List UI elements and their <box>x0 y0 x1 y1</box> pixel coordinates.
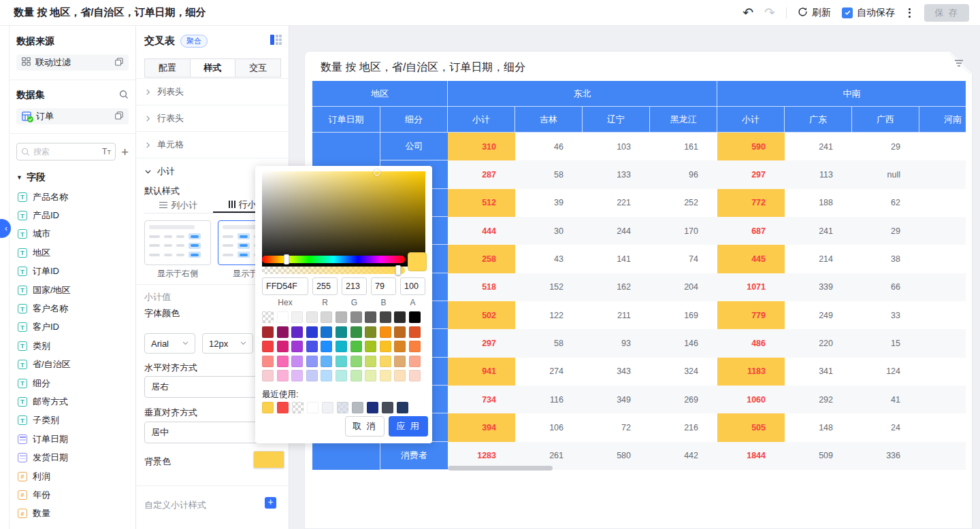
color-swatch[interactable] <box>367 402 378 413</box>
field-item[interactable]: T城市 <box>16 225 129 243</box>
horizontal-scrollbar[interactable] <box>448 466 553 471</box>
color-swatch[interactable] <box>380 341 391 352</box>
color-swatch[interactable] <box>292 402 304 413</box>
linkage-filter-item[interactable]: 联动过滤 <box>16 54 129 71</box>
alpha-input[interactable] <box>400 277 425 295</box>
add-field-button[interactable]: + <box>121 146 129 158</box>
color-swatch[interactable] <box>262 341 274 352</box>
font-size-select[interactable]: 12px <box>202 333 253 354</box>
field-item[interactable]: T客户ID <box>16 318 129 337</box>
field-item[interactable]: 发货日期 <box>16 448 129 466</box>
color-swatch[interactable] <box>306 311 318 323</box>
saturation-area[interactable] <box>262 171 425 267</box>
color-swatch[interactable] <box>365 370 376 381</box>
subtotal-style-thumb-right[interactable] <box>144 220 211 265</box>
field-item[interactable]: T省/自治区 <box>16 356 129 374</box>
field-item[interactable]: #数量 <box>16 505 129 523</box>
filter-list-icon[interactable] <box>955 58 964 70</box>
color-swatch[interactable] <box>277 341 289 352</box>
blue-input[interactable] <box>371 277 396 295</box>
color-swatch[interactable] <box>350 341 362 352</box>
color-swatch[interactable] <box>365 311 376 323</box>
autosave-toggle[interactable]: 自动保存 <box>842 7 895 19</box>
color-swatch[interactable] <box>321 341 332 352</box>
add-custom-subtotal-button[interactable]: + <box>265 497 276 509</box>
hue-handle[interactable] <box>284 254 289 264</box>
color-swatch[interactable] <box>394 341 406 352</box>
tab-style[interactable]: 样式 <box>191 58 236 78</box>
copy-icon[interactable] <box>115 112 123 122</box>
field-item[interactable]: T子类别 <box>16 411 129 430</box>
color-swatch[interactable] <box>306 370 318 381</box>
color-swatch[interactable] <box>307 402 318 413</box>
field-item[interactable]: T地区 <box>16 243 129 262</box>
field-item[interactable]: T类别 <box>16 337 129 355</box>
color-swatch[interactable] <box>291 356 303 367</box>
color-swatch[interactable] <box>397 402 408 413</box>
color-swatch[interactable] <box>409 341 421 352</box>
field-item[interactable]: T客户名称 <box>16 299 129 318</box>
color-swatch[interactable] <box>336 341 347 352</box>
field-item[interactable]: T国家/地区 <box>16 281 129 299</box>
tab-config[interactable]: 配置 <box>144 58 191 78</box>
color-swatch[interactable] <box>262 370 274 381</box>
color-swatch[interactable] <box>380 311 391 323</box>
color-swatch[interactable] <box>380 326 391 338</box>
color-swatch[interactable] <box>321 326 332 338</box>
color-swatch[interactable] <box>306 326 318 338</box>
color-swatch[interactable] <box>394 370 406 381</box>
redo-icon[interactable]: ↷ <box>764 6 775 19</box>
color-swatch[interactable] <box>365 356 376 367</box>
color-swatch[interactable] <box>262 356 274 367</box>
field-item[interactable]: #年份 <box>16 485 129 504</box>
color-swatch[interactable] <box>306 356 318 367</box>
copy-icon[interactable] <box>115 58 123 68</box>
kebab-menu-icon[interactable] <box>906 5 913 20</box>
color-swatch[interactable] <box>350 356 362 367</box>
cancel-button[interactable]: 取 消 <box>345 416 385 437</box>
section-row-header[interactable]: 行表头 <box>136 105 289 131</box>
color-swatch[interactable] <box>350 370 362 381</box>
color-swatch[interactable] <box>291 326 303 338</box>
search-input[interactable] <box>33 147 73 156</box>
color-swatch[interactable] <box>277 402 289 413</box>
color-swatch[interactable] <box>277 326 289 338</box>
color-swatch[interactable] <box>322 402 333 413</box>
color-swatch[interactable] <box>409 311 421 323</box>
color-swatch[interactable] <box>277 311 289 323</box>
color-swatch[interactable] <box>321 311 332 323</box>
color-swatch[interactable] <box>336 356 347 367</box>
color-swatch[interactable] <box>409 356 421 367</box>
color-swatch[interactable] <box>365 341 376 352</box>
field-item[interactable]: T产品名称 <box>16 188 129 206</box>
alpha-slider[interactable] <box>262 267 405 274</box>
font-family-select[interactable]: Arial <box>144 333 195 354</box>
field-item[interactable]: T产品ID <box>16 206 129 224</box>
apply-button[interactable]: 应 用 <box>389 416 428 437</box>
green-input[interactable] <box>342 277 367 295</box>
undo-icon[interactable]: ↶ <box>742 6 753 19</box>
dataset-item-orders[interactable]: 订单 <box>16 108 129 124</box>
section-cell[interactable]: 单元格 <box>136 131 289 158</box>
color-swatch[interactable] <box>291 341 303 352</box>
field-item[interactable]: T邮寄方式 <box>16 392 129 411</box>
red-input[interactable] <box>312 277 338 295</box>
color-swatch[interactable] <box>380 370 391 381</box>
field-item[interactable]: T细分 <box>16 374 129 392</box>
color-swatch[interactable] <box>394 326 406 338</box>
color-swatch[interactable] <box>394 311 406 323</box>
color-swatch[interactable] <box>365 326 376 338</box>
color-swatch[interactable] <box>291 311 303 323</box>
color-swatch[interactable] <box>262 311 274 323</box>
color-swatch[interactable] <box>352 402 363 413</box>
saturation-cursor[interactable] <box>374 169 380 176</box>
color-swatch[interactable] <box>337 402 348 413</box>
toggle-column-subtotal[interactable]: 列小计 <box>144 197 213 213</box>
color-swatch[interactable] <box>336 326 347 338</box>
color-swatch[interactable] <box>394 356 406 367</box>
chart-type-grid-icon[interactable] <box>270 34 282 48</box>
fields-section-header[interactable]: ▼ 字段 <box>16 171 129 184</box>
color-swatch[interactable] <box>382 402 393 413</box>
color-swatch[interactable] <box>321 356 332 367</box>
field-search-input[interactable]: TT <box>16 143 116 160</box>
